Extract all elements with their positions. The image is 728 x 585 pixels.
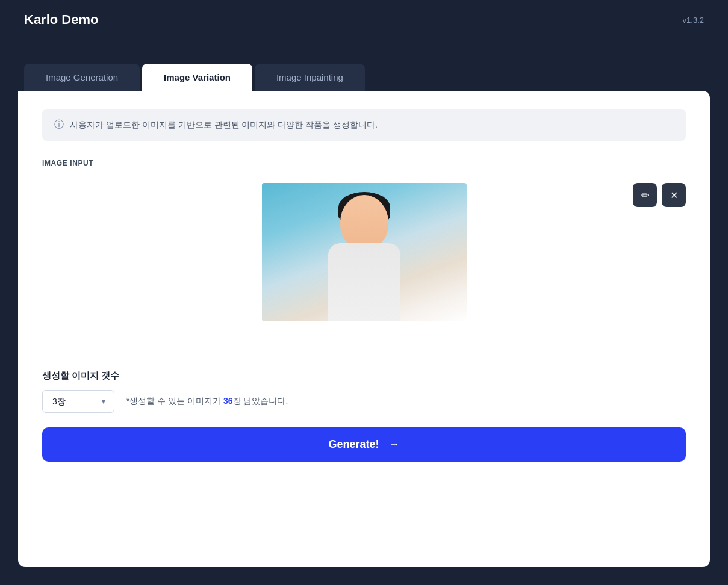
image-preview [262,183,467,321]
count-select-wrapper: 1장 2장 3장 4장 ▼ [42,390,114,413]
person-body [328,243,400,321]
main-panel: ⓘ 사용자가 업로드한 이미지를 기반으로 관련된 이미지와 다양한 작품을 생… [18,91,710,567]
remove-image-button[interactable]: ✕ [662,183,686,207]
remaining-text: *생성할 수 있는 이미지가 36장 남았습니다. [126,396,288,407]
edit-icon: ✏ [641,190,649,201]
tab-image-generation[interactable]: Image Generation [24,64,140,91]
count-section: 생성할 이미지 갯수 1장 2장 3장 4장 ▼ *생성할 수 있는 이미지가 … [42,370,686,413]
arrow-right-icon: → [389,438,400,451]
tab-image-variation[interactable]: Image Variation [142,64,252,91]
info-text: 사용자가 업로드한 이미지를 기반으로 관련된 이미지와 다양한 작품을 생성합… [70,119,378,131]
remaining-count: 36 [223,396,233,406]
section-divider [42,358,686,358]
info-banner: ⓘ 사용자가 업로드한 이미지를 기반으로 관련된 이미지와 다양한 작품을 생… [42,109,686,141]
count-row: 1장 2장 3장 4장 ▼ *생성할 수 있는 이미지가 36장 남았습니다. [42,390,686,413]
info-icon: ⓘ [54,119,64,131]
generate-label: Generate! [328,438,379,451]
edit-image-button[interactable]: ✏ [633,183,657,207]
tabs-bar: Image Generation Image Variation Image I… [0,64,728,91]
tab-image-inpainting[interactable]: Image Inpainting [255,64,365,91]
app-logo: Karlo Demo [24,12,98,28]
person-head [340,195,388,249]
close-icon: ✕ [670,190,678,201]
image-action-buttons: ✏ ✕ [633,183,686,207]
person-silhouette [304,189,425,321]
image-input-label: IMAGE INPUT [42,159,686,167]
image-area: ✏ ✕ [42,177,686,345]
generate-button[interactable]: Generate! → [42,427,686,462]
count-select[interactable]: 1장 2장 3장 4장 [42,390,114,413]
count-label: 생성할 이미지 갯수 [42,370,686,382]
app-header: Karlo Demo v1.3.2 [0,0,728,40]
app-version: v1.3.2 [683,16,704,25]
image-input-section: IMAGE INPUT ✏ ✕ [42,159,686,345]
